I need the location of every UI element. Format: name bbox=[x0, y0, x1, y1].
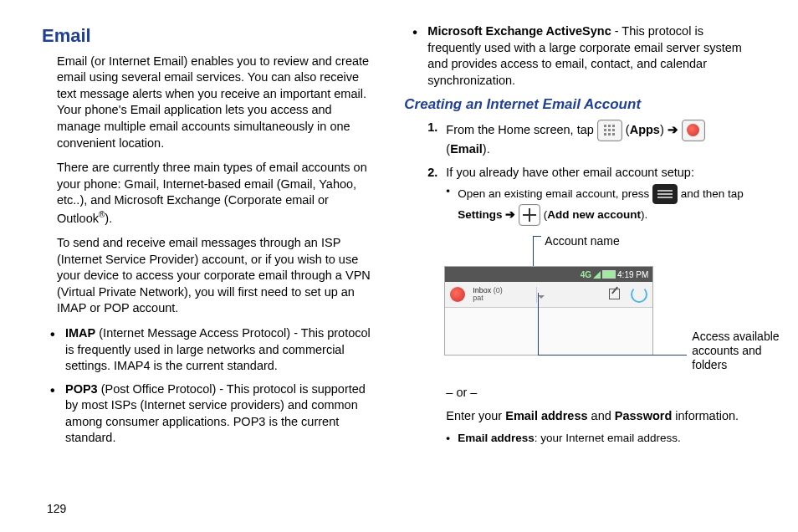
text: From the Home screen, tap bbox=[446, 123, 597, 136]
list-item: Email address: your Internet email addre… bbox=[446, 431, 756, 446]
svg-rect-3 bbox=[604, 129, 606, 131]
step-2: 2. If you already have other email accou… bbox=[427, 165, 756, 227]
account-name: pat bbox=[473, 294, 483, 302]
list-item: IMAP (Internet Message Access Protocol) … bbox=[42, 325, 371, 375]
callout-account-name: Account name bbox=[545, 234, 620, 248]
text: and then tap bbox=[681, 187, 744, 200]
folder-selector[interactable]: Inbox (0) pat bbox=[470, 287, 537, 303]
para-intro: Email (or Internet Email) enables you to… bbox=[57, 54, 371, 151]
arrow-icon: ➔ bbox=[664, 123, 682, 136]
para-types: There are currently three main types of … bbox=[57, 160, 371, 227]
email-app-icon bbox=[450, 287, 465, 302]
count: (0) bbox=[494, 286, 503, 294]
step-number: 2. bbox=[427, 165, 437, 182]
text: : your Internet email address. bbox=[535, 432, 681, 444]
sub-steps: Open an existing email account, press an… bbox=[446, 184, 756, 226]
list-item: POP3 (Post Office Protocol) - This proto… bbox=[42, 381, 371, 447]
add-new-label: Add new account bbox=[547, 208, 641, 221]
apps-label: Apps bbox=[630, 123, 660, 136]
callout-line bbox=[538, 293, 539, 355]
screenshot-diagram: Account name 4G 4:19 PM Inbox (0) pat bbox=[444, 238, 756, 380]
page-number: 129 bbox=[47, 502, 66, 515]
step-1: 1. From the Home screen, tap (Apps) ➔ (E… bbox=[427, 120, 756, 158]
clock-time: 4:19 PM bbox=[617, 269, 648, 281]
signal-icon bbox=[593, 271, 601, 279]
left-column: Email Email (or Internet Email) enables … bbox=[42, 23, 371, 453]
or-divider: – or – bbox=[446, 385, 756, 402]
step-number: 1. bbox=[427, 120, 437, 136]
status-bar: 4G 4:19 PM bbox=[445, 267, 652, 282]
svg-rect-8 bbox=[612, 133, 615, 136]
svg-rect-2 bbox=[612, 125, 615, 127]
sub-step: Open an existing email account, press an… bbox=[446, 184, 756, 226]
arrow-icon: ➔ bbox=[503, 208, 519, 221]
svg-rect-6 bbox=[604, 133, 606, 136]
callout-line bbox=[533, 236, 541, 237]
email-list-area bbox=[445, 308, 652, 355]
menu-icon bbox=[652, 184, 678, 204]
settings-label: Settings bbox=[458, 208, 502, 221]
text: Open an existing email account, press bbox=[458, 187, 652, 200]
network-indicator: 4G bbox=[581, 269, 591, 281]
plus-icon bbox=[519, 204, 540, 226]
svg-rect-5 bbox=[612, 129, 615, 131]
field-list: Email address: your Internet email addre… bbox=[446, 431, 756, 446]
subsection-title: Creating an Internet Email Account bbox=[404, 95, 756, 115]
term-pop3: POP3 bbox=[65, 382, 98, 396]
term-imap: IMAP bbox=[65, 326, 95, 340]
svg-rect-7 bbox=[608, 133, 611, 136]
text: (Post Office Protocol) - This protocol i… bbox=[65, 382, 366, 445]
section-title: Email bbox=[42, 23, 371, 49]
field-name: Email address bbox=[458, 432, 535, 444]
text: ). bbox=[105, 212, 112, 225]
list-item: Microsoft Exchange ActiveSync - This pro… bbox=[404, 23, 756, 89]
para-isp: To send and receive email messages throu… bbox=[57, 235, 371, 317]
callout-line bbox=[538, 355, 687, 356]
battery-icon bbox=[602, 270, 616, 279]
phone-mock: 4G 4:19 PM Inbox (0) pat bbox=[444, 266, 653, 356]
svg-rect-0 bbox=[604, 125, 606, 127]
app-toolbar: Inbox (0) pat bbox=[445, 282, 652, 308]
callout-access-folders: Access available accounts and folders bbox=[692, 330, 784, 371]
steps-list: 1. From the Home screen, tap (Apps) ➔ (E… bbox=[427, 120, 756, 226]
term-activesync: Microsoft Exchange ActiveSync bbox=[427, 24, 611, 38]
compose-icon[interactable] bbox=[607, 287, 622, 302]
apps-icon bbox=[597, 120, 622, 141]
protocol-list: IMAP (Internet Message Access Protocol) … bbox=[42, 325, 371, 447]
svg-rect-4 bbox=[608, 129, 611, 131]
svg-rect-1 bbox=[608, 125, 611, 127]
email-icon bbox=[682, 120, 705, 141]
right-column: Microsoft Exchange ActiveSync - This pro… bbox=[404, 23, 756, 453]
enter-instruction: Enter your Email address and Password in… bbox=[446, 408, 756, 425]
refresh-icon[interactable] bbox=[631, 286, 647, 303]
text: If you already have other email account … bbox=[446, 166, 694, 179]
protocol-list-cont: Microsoft Exchange ActiveSync - This pro… bbox=[404, 23, 756, 89]
text: (Internet Message Access Protocol) - Thi… bbox=[65, 326, 371, 372]
email-label: Email bbox=[450, 142, 483, 156]
